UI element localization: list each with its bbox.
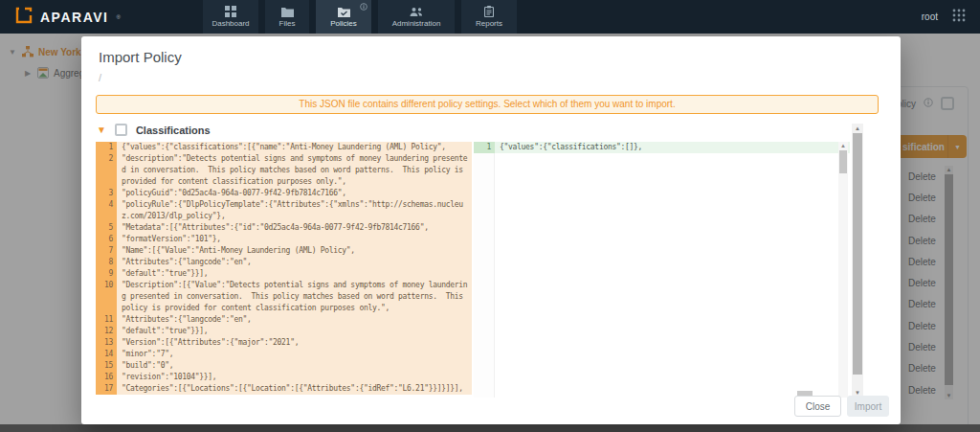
diff-line: 1 {"values":{"classifications":[]}, (474, 142, 850, 153)
diff-line: 10 "Description":[{"Value":"Detects pote… (96, 280, 472, 314)
diff-line: 6 "formatVersion":"101"}, (96, 234, 472, 245)
section-collapse-chevron-icon[interactable]: ▼ (97, 125, 106, 135)
line-code: "Name":[{"Value":"Anti-Money Laundering … (117, 245, 472, 257)
tab-administration-label: Administration (392, 19, 441, 28)
diff-right-pane[interactable]: 1 {"values":{"classifications":[]}, (474, 142, 850, 398)
diff-line: 1 {"values":{"classifications":[{"name":… (96, 142, 472, 153)
line-code: "formatVersion":"101"}, (117, 234, 472, 245)
diff-line: 4 "policyRule":{"DlpPolicyTemplate":{"At… (96, 199, 472, 222)
line-number: 6 (96, 234, 117, 245)
topbar: APARAVI ® Dashboard Files Policies Admin… (0, 0, 980, 34)
tab-administration[interactable]: Administration (378, 0, 455, 34)
warning-banner: This JSON file contains different policy… (96, 95, 879, 114)
line-code: "policyGuid":"0d25ac4a-964a-0077-9f42-9f… (117, 188, 472, 199)
line-code: "minor":"7", (117, 349, 472, 360)
policies-info-icon[interactable] (360, 3, 368, 11)
scrollbar-thumb[interactable] (839, 150, 847, 173)
right-gutter-background (474, 142, 495, 398)
tab-policies[interactable]: Policies (316, 0, 371, 34)
diff-line: 7 "Name":[{"Value":"Anti-Money Launderin… (96, 245, 472, 257)
diff-line: 13 "Version":[{"Attributes":{"major":"20… (96, 337, 472, 349)
tab-files-label: Files (279, 19, 296, 28)
line-code: "Attributes":{"langcode":"en", (117, 257, 472, 268)
tab-reports[interactable]: Reports (461, 0, 517, 34)
close-button[interactable]: Close (794, 396, 841, 417)
line-number: 9 (96, 268, 117, 280)
line-number: 16 (96, 372, 117, 383)
modal-title: Import Policy (99, 49, 182, 65)
line-number: 10 (96, 280, 117, 314)
tab-policies-label: Policies (330, 19, 357, 28)
line-code: {"values":{"classifications":[{"name":"A… (117, 142, 472, 153)
line-code: "default":"true"}}], (117, 268, 472, 280)
line-number: 14 (96, 349, 117, 360)
line-number: 5 (96, 222, 117, 234)
line-code: "default":"true"}}], (117, 326, 472, 337)
line-number: 13 (96, 337, 117, 349)
line-number: 17 (96, 383, 117, 395)
reports-icon (484, 6, 494, 17)
main-nav: Dashboard Files Policies Administration … (203, 0, 517, 34)
classifications-section-header[interactable]: ▼ Classifications (97, 124, 211, 136)
line-code: {"values":{"classifications":[]}, (495, 142, 850, 153)
brand-name: APARAVI (40, 10, 108, 25)
line-number: 1 (96, 142, 117, 153)
line-number: 8 (96, 257, 117, 268)
tab-dashboard[interactable]: Dashboard (203, 0, 258, 34)
scroll-up-icon[interactable]: ▲ (852, 124, 863, 133)
line-code: "Version":[{"Attributes":{"major":"2021"… (117, 337, 472, 349)
tab-dashboard-label: Dashboard (212, 19, 249, 28)
diff-line: 9 "default":"true"}}], (96, 268, 472, 280)
scrollbar-thumb[interactable] (853, 133, 862, 375)
import-button[interactable]: Import (847, 396, 889, 417)
dashboard-icon (225, 6, 236, 17)
modal-path: / (99, 72, 101, 83)
classifications-section-label: Classifications (136, 125, 211, 136)
user-name[interactable]: root (922, 11, 938, 22)
tab-reports-label: Reports (476, 19, 502, 28)
diff-line: 15 "build":"0", (96, 360, 472, 372)
brand[interactable]: APARAVI ® (0, 7, 191, 28)
line-number: 1 (474, 142, 495, 153)
diff-line: 14 "minor":"7", (96, 349, 472, 360)
diff-line: 2 "description":"Detects potential signs… (96, 153, 472, 188)
line-code: "revision":"10104"}}], (117, 372, 472, 383)
line-number: 3 (96, 188, 117, 199)
aparavi-logo-icon (15, 7, 33, 28)
app-grid-icon[interactable] (951, 8, 967, 27)
diff-line: 17 "Categories":[{"Locations":[{"Locatio… (96, 383, 472, 395)
line-code: "description":"Detects potential signs a… (117, 153, 472, 188)
classifications-checkbox[interactable] (115, 124, 127, 136)
diff-line: 5 "Metadata":[{"Attributes":{"id":"0d25a… (96, 222, 472, 234)
tab-files[interactable]: Files (265, 0, 309, 34)
line-code: "policyRule":{"DlpPolicyTemplate":{"Attr… (117, 199, 472, 222)
import-policy-modal: Import Policy / This JSON file contains … (81, 36, 901, 424)
diff-line: 16 "revision":"10104"}}], (96, 372, 472, 383)
line-code: "Attributes":{"langcode":"en", (117, 314, 472, 326)
administration-icon (410, 7, 423, 17)
line-code: "Categories":[{"Locations":[{"Location":… (117, 383, 472, 395)
line-code: "Description":[{"Value":"Detects potenti… (117, 280, 472, 314)
policies-icon (338, 7, 350, 17)
line-number: 15 (96, 360, 117, 372)
brand-trademark: ® (116, 14, 120, 20)
modal-scrollbar[interactable]: ▲ ▼ (852, 124, 863, 398)
line-number: 2 (96, 153, 117, 188)
json-diff-viewer: 1 {"values":{"classifications":[{"name":… (96, 142, 850, 398)
diff-line: 11 "Attributes":{"langcode":"en", (96, 314, 472, 326)
line-number: 7 (96, 245, 117, 257)
files-icon (281, 7, 294, 17)
line-code: "Metadata":[{"Attributes":{"id":"0d25ac4… (117, 222, 472, 234)
diff-line: 12 "default":"true"}}], (96, 326, 472, 337)
line-number: 4 (96, 199, 117, 222)
scroll-up-icon[interactable]: ▲ (838, 142, 848, 149)
line-number: 11 (96, 314, 117, 326)
diff-left-pane[interactable]: 1 {"values":{"classifications":[{"name":… (96, 142, 472, 398)
line-number: 12 (96, 326, 117, 337)
diff-pane-scrollbar[interactable]: ▲ (838, 142, 848, 398)
diff-line: 3 "policyGuid":"0d25ac4a-964a-0077-9f42-… (96, 188, 472, 199)
line-code: "build":"0", (117, 360, 472, 372)
diff-line: 8 "Attributes":{"langcode":"en", (96, 257, 472, 268)
